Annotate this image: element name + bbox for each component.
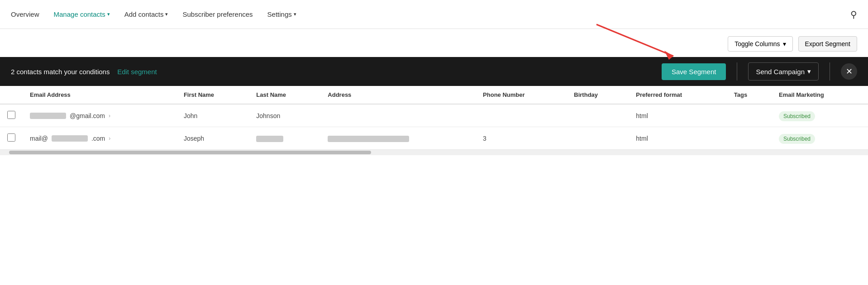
th-phone: Phone Number (476, 86, 567, 104)
th-tags: Tags (727, 86, 772, 104)
row2-email-blurred (52, 135, 88, 142)
row1-email-blurred (30, 113, 66, 119)
toolbar-row: Toggle Columns ▾ Export Segment (0, 29, 868, 57)
nav-item-add-contacts[interactable]: Add contacts ▾ (124, 10, 168, 18)
row2-checkbox-cell (0, 127, 23, 150)
segment-count-text: 2 contacts match your conditions Edit se… (11, 68, 654, 76)
divider2 (830, 62, 830, 81)
th-first-name: First Name (176, 86, 249, 104)
nav-item-settings[interactable]: Settings ▾ (267, 10, 296, 18)
row2-last-name (249, 127, 320, 150)
send-campaign-button[interactable]: Send Campaign ▾ (748, 62, 819, 81)
row1-checkbox-cell (0, 104, 23, 127)
th-email: Email Address (23, 86, 176, 104)
row1-phone (476, 104, 567, 127)
contacts-table-container: Email Address First Name Last Name Addre… (0, 86, 868, 150)
row1-address (320, 104, 476, 127)
row1-email-suffix: @gmail.com (70, 112, 105, 119)
table-row: mail@ .com › Joseph 3 ht (0, 127, 868, 150)
row2-preferred-format: html (629, 127, 726, 150)
row2-email-cell: mail@ .com › (23, 127, 176, 150)
row1-expand-icon[interactable]: › (109, 113, 110, 119)
th-birthday: Birthday (567, 86, 629, 104)
row1-last-name: Johnson (249, 104, 320, 127)
divider (737, 62, 737, 81)
row1-first-name: John (176, 104, 249, 127)
add-contacts-chevron-icon: ▾ (165, 11, 168, 17)
row2-birthday (567, 127, 629, 150)
row1-birthday (567, 104, 629, 127)
top-navigation: Overview Manage contacts ▾ Add contacts … (0, 0, 868, 29)
save-segment-button[interactable]: Save Segment (662, 63, 726, 80)
row2-address-blurred (328, 136, 409, 142)
nav-item-manage-contacts[interactable]: Manage contacts ▾ (54, 10, 110, 18)
th-email-marketing: Email Marketing (772, 86, 868, 104)
edit-segment-link[interactable]: Edit segment (117, 68, 157, 76)
row2-subscribed-badge: Subscribed (779, 134, 815, 144)
row2-email-marketing: Subscribed (772, 127, 868, 150)
search-icon[interactable]: ⚲ (850, 9, 857, 20)
toggle-columns-button[interactable]: Toggle Columns ▾ (728, 36, 792, 52)
row2-phone: 3 (476, 127, 567, 150)
close-icon: ✕ (846, 66, 853, 76)
row1-checkbox[interactable] (7, 111, 15, 119)
th-checkbox (0, 86, 23, 104)
row2-email-suffix: .com (91, 135, 105, 142)
row1-email-cell: @gmail.com › (23, 104, 176, 127)
horizontal-scrollbar[interactable] (0, 150, 868, 155)
row2-email-prefix: mail@ (30, 135, 48, 142)
table-row: @gmail.com › John Johnson html Subscribe… (0, 104, 868, 127)
th-last-name: Last Name (249, 86, 320, 104)
row1-subscribed-badge: Subscribed (779, 111, 815, 121)
row2-last-name-blurred (256, 136, 283, 142)
row2-checkbox[interactable] (7, 133, 15, 142)
contacts-table: Email Address First Name Last Name Addre… (0, 86, 868, 150)
nav-item-overview[interactable]: Overview (11, 10, 39, 18)
row1-tags (727, 104, 772, 127)
row1-preferred-format: html (629, 104, 726, 127)
toggle-columns-chevron-icon: ▾ (783, 40, 786, 48)
th-address: Address (320, 86, 476, 104)
table-header-row: Email Address First Name Last Name Addre… (0, 86, 868, 104)
row2-tags (727, 127, 772, 150)
th-preferred-format: Preferred format (629, 86, 726, 104)
row2-first-name: Joseph (176, 127, 249, 150)
settings-chevron-icon: ▾ (294, 11, 296, 17)
nav-item-subscriber-preferences[interactable]: Subscriber preferences (182, 10, 253, 18)
scrollbar-thumb[interactable] (9, 151, 371, 154)
manage-contacts-chevron-icon: ▾ (107, 11, 110, 17)
row2-expand-icon[interactable]: › (109, 135, 110, 142)
row2-address (320, 127, 476, 150)
segment-bar: 2 contacts match your conditions Edit se… (0, 57, 868, 86)
send-campaign-chevron-icon: ▾ (807, 67, 811, 76)
close-segment-button[interactable]: ✕ (841, 63, 857, 80)
export-segment-button[interactable]: Export Segment (798, 36, 857, 52)
row1-email-marketing: Subscribed (772, 104, 868, 127)
